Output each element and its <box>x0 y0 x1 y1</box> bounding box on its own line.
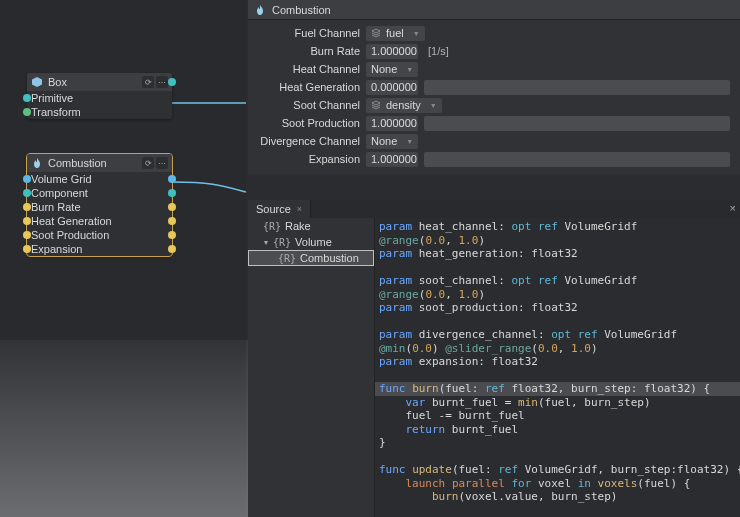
code-line[interactable] <box>379 369 736 383</box>
node-row[interactable]: Volume Grid <box>27 172 172 186</box>
node-expand-button[interactable]: ⋯ <box>156 157 168 169</box>
code-line[interactable] <box>379 450 736 464</box>
code-line[interactable]: param divergence_channel: opt ref Volume… <box>379 328 736 342</box>
soot-channel-dropdown[interactable]: density ▼ <box>366 98 442 113</box>
property-label: Divergence Channel <box>258 135 360 147</box>
unit-label: [1/s] <box>424 45 453 57</box>
chevron-down-icon: ▼ <box>406 66 413 73</box>
node-box[interactable]: Box ⟳ ⋯ Primitive Transform <box>27 73 172 119</box>
dropdown-value: None <box>371 63 397 75</box>
code-line[interactable]: param heat_channel: opt ref VolumeGridf <box>379 220 736 234</box>
node-combustion[interactable]: Combustion ⟳ ⋯ Volume Grid Component Bur… <box>27 154 172 256</box>
output-port[interactable] <box>168 231 176 239</box>
property-label: Heat Channel <box>258 63 360 75</box>
code-line[interactable]: var burnt_fuel = min(fuel, burn_step) <box>379 396 736 410</box>
property-row: Heat Channel None ▼ <box>258 60 730 78</box>
type-badge: {R} <box>273 237 291 248</box>
fuel-channel-dropdown[interactable]: fuel ▼ <box>366 26 425 41</box>
code-line[interactable]: param soot_production: float32 <box>379 301 736 315</box>
input-port[interactable] <box>23 217 31 225</box>
property-label: Expansion <box>258 153 360 165</box>
divergence-channel-dropdown[interactable]: None ▼ <box>366 134 418 149</box>
property-label: Burn Rate <box>258 45 360 57</box>
node-row[interactable]: Component <box>27 186 172 200</box>
panel-close-button[interactable]: × <box>730 202 736 214</box>
disclosure-triangle-icon[interactable]: ▾ <box>262 238 269 247</box>
close-icon[interactable]: × <box>297 204 302 214</box>
node-row[interactable]: Heat Generation <box>27 214 172 228</box>
chevron-down-icon: ▼ <box>430 102 437 109</box>
stack-icon <box>371 100 381 110</box>
node-title-label: Box <box>48 76 67 88</box>
heat-generation-field[interactable]: 0.000000 <box>366 80 418 95</box>
input-port[interactable] <box>23 231 31 239</box>
output-port[interactable] <box>168 175 176 183</box>
property-label: Soot Production <box>258 117 360 129</box>
node-title[interactable]: Combustion ⟳ ⋯ <box>27 154 172 172</box>
tree-row-combustion[interactable]: {R} Combustion <box>248 250 374 266</box>
node-row[interactable]: Soot Production <box>27 228 172 242</box>
code-line[interactable] <box>379 261 736 275</box>
output-port[interactable] <box>168 78 176 86</box>
burn-rate-field[interactable]: 1.000000 <box>366 44 418 59</box>
node-title[interactable]: Box ⟳ ⋯ <box>27 73 172 91</box>
output-port[interactable] <box>168 203 176 211</box>
code-line[interactable]: @range(0.0, 1.0) <box>379 234 736 248</box>
node-refresh-button[interactable]: ⟳ <box>142 157 154 169</box>
heat-channel-dropdown[interactable]: None ▼ <box>366 62 418 77</box>
soot-production-field[interactable]: 1.000000 <box>366 116 418 131</box>
chevron-down-icon: ▼ <box>406 138 413 145</box>
output-port[interactable] <box>168 189 176 197</box>
input-port[interactable] <box>23 175 31 183</box>
code-line[interactable]: burn(voxel.value, burn_step) <box>379 490 736 504</box>
expansion-field[interactable]: 1.000000 <box>366 152 418 167</box>
properties-header[interactable]: Combustion <box>248 0 740 20</box>
tab-label: Source <box>256 203 291 215</box>
node-expand-button[interactable]: ⋯ <box>156 76 168 88</box>
expansion-slider[interactable] <box>424 152 730 167</box>
input-port[interactable] <box>23 203 31 211</box>
code-line[interactable]: } <box>379 436 736 450</box>
property-row: Divergence Channel None ▼ <box>258 132 730 150</box>
tab-source[interactable]: Source × <box>248 200 311 218</box>
node-row[interactable]: Primitive <box>27 91 172 105</box>
node-row-label: Expansion <box>31 243 82 255</box>
node-row[interactable]: Transform <box>27 105 172 119</box>
input-port[interactable] <box>23 108 31 116</box>
code-line[interactable]: fuel -= burnt_fuel <box>379 409 736 423</box>
output-port[interactable] <box>168 217 176 225</box>
property-row: Fuel Channel fuel ▼ <box>258 24 730 42</box>
soot-production-slider[interactable] <box>424 116 730 131</box>
code-line[interactable]: func update(fuel: ref VolumeGridf, burn_… <box>379 463 736 477</box>
node-graph[interactable]: Box ⟳ ⋯ Primitive Transform Combustion ⟳… <box>0 0 246 517</box>
heat-generation-slider[interactable] <box>424 80 730 95</box>
code-line[interactable]: launch parallel for voxel in voxels(fuel… <box>379 477 736 491</box>
code-line[interactable]: param expansion: float32 <box>379 355 736 369</box>
tree-label: Volume <box>295 236 332 248</box>
tree-row-rake[interactable]: {R} Rake <box>248 218 374 234</box>
flame-icon <box>254 4 266 16</box>
tree-label: Combustion <box>300 252 359 264</box>
code-editor[interactable]: param heat_channel: opt ref VolumeGridf@… <box>375 218 740 517</box>
input-port[interactable] <box>23 94 31 102</box>
property-row: Expansion 1.000000 <box>258 150 730 168</box>
outline-tree[interactable]: {R} Rake ▾ {R} Volume {R} Combustion <box>248 218 375 517</box>
output-port[interactable] <box>168 245 176 253</box>
node-row[interactable]: Expansion <box>27 242 172 256</box>
input-port[interactable] <box>23 245 31 253</box>
node-refresh-button[interactable]: ⟳ <box>142 76 154 88</box>
input-port[interactable] <box>23 189 31 197</box>
code-line[interactable] <box>379 315 736 329</box>
code-line[interactable]: return burnt_fuel <box>379 423 736 437</box>
tree-row-volume[interactable]: ▾ {R} Volume <box>248 234 374 250</box>
node-row[interactable]: Burn Rate <box>27 200 172 214</box>
property-label: Heat Generation <box>258 81 360 93</box>
code-line[interactable]: param heat_generation: float32 <box>379 247 736 261</box>
dropdown-value: None <box>371 135 397 147</box>
code-line[interactable]: param soot_channel: opt ref VolumeGridf <box>379 274 736 288</box>
code-line[interactable]: @min(0.0) @slider_range(0.0, 1.0) <box>379 342 736 356</box>
code-line[interactable]: @range(0.0, 1.0) <box>379 288 736 302</box>
code-line[interactable]: func burn(fuel: ref float32, burn_step: … <box>379 382 736 396</box>
node-row-label: Volume Grid <box>31 173 92 185</box>
properties-title: Combustion <box>272 4 331 16</box>
